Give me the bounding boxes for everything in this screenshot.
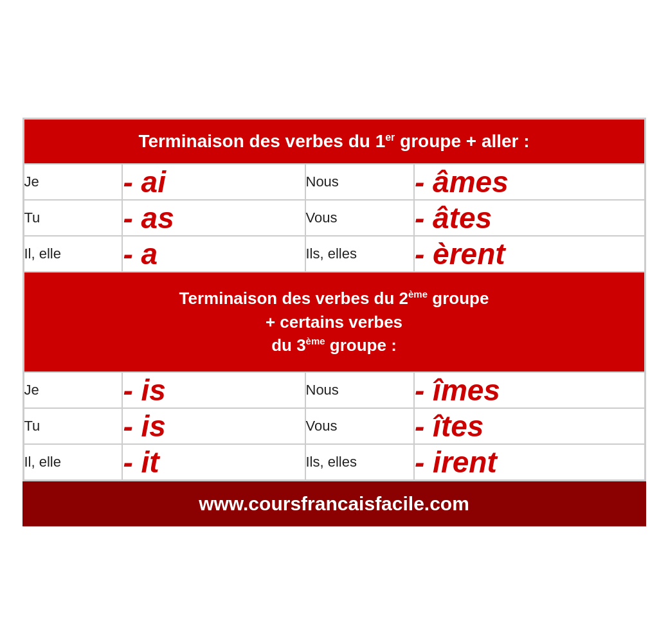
subject-ils-1: Ils, elles — [305, 236, 415, 272]
header-row-1: Terminaison des verbes du 1er groupe + a… — [23, 119, 645, 165]
ending-irent: - irent — [414, 444, 645, 481]
ending-is-1: - is — [122, 372, 305, 408]
subject-je-2: Je — [23, 372, 122, 408]
footer-bar: www.coursfrancaisfacile.com — [23, 481, 646, 526]
table-row: Je - is Nous - îmes — [23, 372, 645, 408]
ending-erent: - èrent — [414, 236, 645, 272]
section2-title-cell: Terminaison des verbes du 2ème groupe + … — [23, 272, 645, 371]
subject-je-1: Je — [23, 164, 122, 200]
page-wrapper: Terminaison des verbes du 1er groupe + a… — [0, 0, 668, 644]
subject-nous-2: Nous — [305, 372, 415, 408]
subject-nous-1: Nous — [305, 164, 415, 200]
ending-ites: - îtes — [414, 408, 645, 444]
ending-is-2: - is — [122, 408, 305, 444]
table-row: Il, elle - a Ils, elles - èrent — [23, 236, 645, 272]
footer-url: www.coursfrancaisfacile.com — [199, 493, 469, 514]
ending-ames: - âmes — [414, 164, 645, 200]
table-row: Tu - as Vous - âtes — [23, 200, 645, 236]
subject-tu-2: Tu — [23, 408, 122, 444]
subject-vous-2: Vous — [305, 408, 415, 444]
title-text: Terminaison des verbes du 1er groupe + a… — [138, 131, 529, 151]
ending-ates: - âtes — [414, 200, 645, 236]
subject-vous-1: Vous — [305, 200, 415, 236]
ending-imes: - îmes — [414, 372, 645, 408]
table-row: Il, elle - it Ils, elles - irent — [23, 444, 645, 481]
title-cell: Terminaison des verbes du 1er groupe + a… — [23, 119, 645, 165]
subject-tu-1: Tu — [23, 200, 122, 236]
table-row: Je - ai Nous - âmes — [23, 164, 645, 200]
subject-il-1: Il, elle — [23, 236, 122, 272]
table-row: Tu - is Vous - îtes — [23, 408, 645, 444]
ending-ai: - ai — [122, 164, 305, 200]
ending-it: - it — [122, 444, 305, 481]
header-row-2: Terminaison des verbes du 2ème groupe + … — [23, 272, 645, 371]
main-table: Terminaison des verbes du 1er groupe + a… — [23, 118, 646, 481]
subject-ils-2: Ils, elles — [305, 444, 415, 481]
ending-as: - as — [122, 200, 305, 236]
subject-il-2: Il, elle — [23, 444, 122, 481]
section2-title-text: Terminaison des verbes du 2ème groupe + … — [179, 289, 489, 355]
ending-a: - a — [122, 236, 305, 272]
